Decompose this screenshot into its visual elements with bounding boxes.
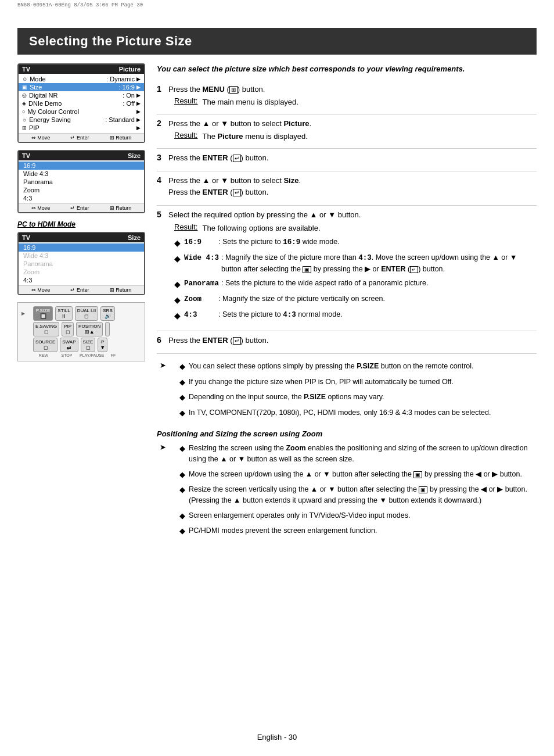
tv-footer-move: ⇔ Move	[31, 135, 51, 141]
step-2-content: Press the ▲ or ▼ button to select Pictur…	[168, 118, 537, 142]
tv-row-mode-label: Mode	[30, 76, 106, 83]
option-169-bullet: ◆	[174, 237, 181, 249]
tv-row-energy-label: Energy Saving	[29, 116, 105, 123]
note-3: ◆ Depending on the input source, the P.S…	[179, 392, 491, 403]
tv-screen3-header-right: Size	[128, 234, 141, 241]
tv-screen3-footer-return: ⊞ Return	[110, 287, 132, 293]
step-1-text: Press the MENU (⊞) button.	[168, 84, 537, 95]
tv-row-size-icon: ▣	[22, 84, 27, 90]
pc-hdmi-label: PC to HDMI Mode	[17, 220, 145, 228]
tv-row-energy-value: : Standard ▶	[105, 116, 141, 123]
remote-ff-label: FF	[103, 353, 124, 357]
remote-still-btn[interactable]: STILL⏸	[55, 306, 72, 321]
pos-note-4-bullet: ◆	[179, 510, 185, 522]
step-3: 3 Press the ENTER (↵) button.	[157, 152, 537, 166]
step-5-text: Select the required option by pressing t…	[168, 209, 537, 221]
step-3-content: Press the ENTER (↵) button.	[168, 152, 537, 166]
tv-row-mode-icon: ☺	[22, 76, 27, 82]
option-panorama-bullet: ◆	[174, 278, 181, 291]
pos-note-1-text: Resizing the screen using the Zoom enabl…	[189, 443, 537, 465]
remote-srs-btn[interactable]: SRS🔊	[100, 306, 114, 321]
remote-swap-btn[interactable]: SWAP⇄	[60, 338, 78, 352]
option-169: ◆ 16:9 : Sets the picture to 16:9 wide m…	[174, 237, 537, 249]
tv-row-size-value: : 16:9 ▶	[118, 84, 141, 91]
size-item-wide43: Wide 4:3	[19, 170, 144, 178]
remote-psize-btn[interactable]: P.SIZE🔲	[33, 306, 53, 321]
size-item-panorama: Panorama	[19, 178, 144, 186]
right-column: You can select the picture size which be…	[157, 63, 537, 541]
note-2-bullet: ◆	[179, 377, 185, 388]
pos-note-3-text: Resize the screen vertically using the ▲…	[189, 484, 537, 506]
tv-screen2-footer-enter: ↵ Enter	[70, 205, 89, 211]
option-zoom-desc: : Magnify the size of the picture vertic…	[218, 293, 537, 304]
remote-source-btn[interactable]: SOURCE◻	[33, 338, 57, 352]
note-2-text: If you change the picture size when PIP …	[189, 377, 491, 388]
pos-note-1: ◆ Resizing the screen using the Zoom ena…	[179, 443, 537, 465]
option-zoom: ◆ Zoom : Magnify the size of the picture…	[174, 293, 537, 306]
page-title: Selecting the Picture Size	[17, 28, 537, 55]
option-wide43-desc: : Magnify the size of the picture more t…	[221, 252, 537, 275]
tv-row-energy-icon: ☼	[22, 117, 27, 123]
pos-note-5: ◆ PC/HDMI modes prevent the screen enlar…	[179, 525, 537, 537]
remote-pip-btn[interactable]: PIP◻	[62, 322, 74, 336]
remote-p-btn[interactable]: P▼	[98, 338, 107, 352]
remote-esaving-btn[interactable]: E.SAVING◻	[33, 322, 59, 336]
tv-row-pip: ⊞ PIP ▶	[19, 124, 144, 132]
step-2-result-text: The Picture menu is displayed.	[202, 131, 307, 142]
pos-note-2: ◆ Move the screen up/down using the ▲ or…	[179, 469, 537, 481]
size-item-43: 4:3	[19, 194, 144, 202]
step-1-num: 1	[157, 84, 168, 94]
step-6-content: Press the ENTER (↵) button.	[168, 335, 537, 348]
hdmi-size-item-wide43: Wide 4:3	[19, 252, 144, 260]
remote-size-btn[interactable]: SIZE◻	[81, 338, 96, 352]
note-4-bullet: ◆	[179, 407, 185, 419]
tv-row-dnie-icon: ◈	[22, 101, 26, 106]
tv-screen-size: TV Size 16:9 Wide 4:3 Panorama Zoom 4:3 …	[17, 150, 145, 213]
option-panorama-label: Panorama	[184, 278, 219, 289]
pos-note-4: ◆ Screen enlargement operates only in TV…	[179, 510, 537, 522]
remote-position-btn[interactable]: POSITION⊞▲	[76, 322, 103, 336]
step-5-result-text: The following options are available.	[202, 223, 320, 234]
page-footer: English - 30	[0, 733, 554, 741]
step-1-result-label: Result:	[174, 96, 197, 105]
tv-row-dnie-value: : Off ▶	[123, 100, 141, 107]
step-4: 4 Press the ▲ or ▼ button to select Size…	[157, 175, 537, 199]
pos-note-5-text: PC/HDMI modes prevent the screen enlarge…	[189, 525, 537, 536]
step-6: 6 Press the ENTER (↵) button.	[157, 335, 537, 348]
pos-note-2-text: Move the screen up/down using the ▲ or ▼…	[189, 469, 537, 480]
size-item-zoom: Zoom	[19, 186, 144, 194]
remote-dual-btn[interactable]: DUAL I-II◻	[75, 306, 99, 321]
tv-row-dnr-value: : On ▶	[123, 92, 141, 99]
tv-screen1-header-right: Picture	[119, 66, 141, 73]
tv-screen1-footer: ⇔ Move ↵ Enter ⊞ Return	[19, 133, 144, 142]
tv-screen2-header-right: Size	[128, 152, 141, 159]
tv-row-dnie-label: DNIe Demo	[28, 100, 123, 107]
tv-screen3-body: 16:9 Wide 4:3 Panorama Zoom 4:3	[19, 242, 144, 285]
tv-screen2-footer-return: ⊞ Return	[110, 205, 132, 211]
option-43-bullet: ◆	[174, 310, 181, 322]
note-3-text: Depending on the input source, the P.SIZ…	[189, 392, 491, 403]
step-6-text: Press the ENTER (↵) button.	[168, 335, 537, 346]
left-column: TV Picture ☺ Mode : Dynamic ▶ ▣ Size : 1…	[17, 63, 145, 541]
note-4-text: In TV, COMPONENT(720p, 1080i), PC, HDMI …	[189, 407, 491, 418]
tv-row-mode-value: : Dynamic ▶	[106, 76, 141, 83]
tv-row-pip-value: ▶	[136, 125, 141, 131]
tv-screen3-header-left: TV	[22, 234, 30, 241]
tv-screen3-header: TV Size	[19, 233, 144, 242]
step-3-text: Press the ENTER (↵) button.	[168, 152, 537, 164]
tv-screen3-footer-move: ⇔ Move	[31, 287, 51, 293]
remote-control: ▶ P.SIZE🔲 STILL⏸ DUAL I-II◻ SRS🔊 E.SAVIN…	[17, 302, 145, 361]
step-3-num: 3	[157, 152, 168, 162]
step-5-result-label: Result:	[174, 223, 197, 231]
print-header: BN68-00951A-00Eng 8/3/05 3:06 PM Page 30	[0, 0, 554, 10]
pos-note-3: ◆ Resize the screen vertically using the…	[179, 484, 537, 506]
option-zoom-bullet: ◆	[174, 294, 181, 306]
positioning-arrow-icon: ➤	[160, 443, 166, 452]
option-169-label: 16:9	[184, 237, 216, 248]
notes-arrow-icon: ➤	[160, 361, 166, 370]
tv-row-pip-icon: ⊞	[22, 125, 27, 131]
remote-play-arrow: ▶	[21, 311, 31, 316]
option-panorama: ◆ Panorama : Sets the picture to the wid…	[174, 278, 537, 291]
tv-screen1-body: ☺ Mode : Dynamic ▶ ▣ Size : 16:9 ▶ ◎ Dig…	[19, 74, 144, 133]
tv-screen3-footer: ⇔ Move ↵ Enter ⊞ Return	[19, 285, 144, 294]
